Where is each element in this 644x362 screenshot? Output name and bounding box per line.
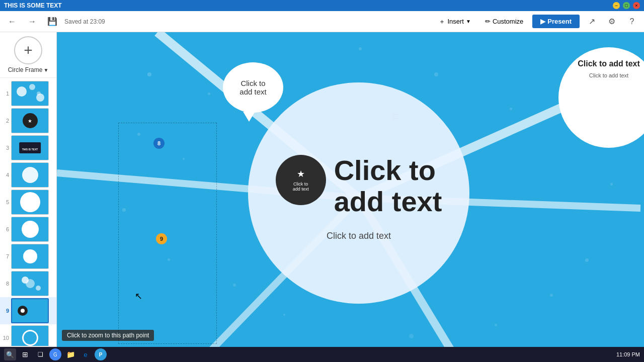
slide-item-4[interactable]: 4 <box>0 161 56 189</box>
main-layout: + Circle Frame ▼ 1 <box>0 32 644 362</box>
help-button[interactable]: ? <box>624 14 640 30</box>
shape-label-text: Circle Frame <box>8 66 43 73</box>
shape-chevron-icon: ▼ <box>43 67 48 73</box>
speech-bubble-text: Click toadd text <box>239 79 266 96</box>
main-circle-big-text[interactable]: Click toadd text <box>334 155 442 217</box>
taskbar-windows-icon[interactable]: ⊞ <box>19 348 31 360</box>
customize-label: Customize <box>493 18 523 25</box>
canvas-area[interactable]: 8 9 11 Click toadd text ★ Click toadd te… <box>57 32 644 362</box>
taskbar-files-icon[interactable]: 📁 <box>64 348 76 360</box>
taskbar-time: 11:09 PM <box>616 351 640 357</box>
left-panel: + Circle Frame ▼ 1 <box>0 32 57 362</box>
slide-num-3: 3 <box>2 145 9 151</box>
taskbar-edge-icon[interactable]: e <box>79 348 92 360</box>
slide-item-2[interactable]: 2 ★ <box>0 107 56 134</box>
insert-chevron-icon: ▼ <box>466 19 471 24</box>
redo-button[interactable]: → <box>24 14 40 30</box>
plus-icon: + <box>24 43 33 58</box>
slide-num-9: 9 <box>2 308 9 314</box>
slide-num-7: 7 <box>2 253 9 259</box>
insert-label: Insert <box>447 18 464 25</box>
selection-overlay <box>118 123 217 344</box>
slide-num-8: 8 <box>2 281 9 287</box>
insert-icon: ＋ <box>439 17 445 26</box>
present-label: Present <box>547 18 572 25</box>
slide-num-6: 6 <box>2 226 9 232</box>
slide-item-7[interactable]: 7 <box>0 243 56 270</box>
shape-label: Circle Frame ▼ <box>8 66 49 73</box>
main-circle-sub-text[interactable]: Click to add text <box>327 231 391 241</box>
maximize-button[interactable]: □ <box>623 2 630 9</box>
taskbar-search-icon[interactable]: 🔍 <box>4 348 16 360</box>
slide-num-1: 1 <box>2 90 9 97</box>
slide-thumb-3[interactable]: THIS IS TEXT <box>11 135 49 160</box>
settings-button[interactable]: ⚙ <box>604 14 620 30</box>
badge-8-value: 8 <box>157 140 160 146</box>
menu-right: ▶ Present ↗ ⚙ ? <box>532 14 640 30</box>
slide-thumb-6[interactable] <box>11 217 49 242</box>
badge-8: 8 <box>153 138 165 149</box>
slide-list[interactable]: 1 2 ★ <box>0 78 56 346</box>
dark-circle[interactable]: ★ Click toadd text <box>276 155 326 205</box>
share-button[interactable]: ↗ <box>584 14 600 30</box>
tooltip-text: Click to zoom to this path point <box>67 332 149 339</box>
slide-item-8[interactable]: 8 <box>0 270 56 297</box>
slide-thumb-4[interactable] <box>11 162 49 188</box>
slide-item-9[interactable]: 9 <box>0 297 56 324</box>
minimize-button[interactable]: – <box>613 2 620 9</box>
present-button[interactable]: ▶ Present <box>532 15 580 28</box>
time-display: 11:09 PM <box>616 351 640 357</box>
save-button[interactable]: 💾 <box>44 14 60 30</box>
undo-button[interactable]: ← <box>4 14 20 30</box>
close-button[interactable]: × <box>633 2 640 9</box>
taskbar-task-view-icon[interactable]: ❑ <box>34 348 46 360</box>
speech-bubble[interactable]: Click toadd text <box>223 62 283 113</box>
slide-item-10[interactable]: 10 <box>0 324 56 346</box>
slide-thumb-8[interactable] <box>11 271 49 296</box>
slide-num-10: 10 <box>2 335 9 341</box>
dark-circle-text: Click toadd text <box>293 182 309 192</box>
main-circle-inner: ★ Click toadd text Click toadd text <box>266 145 452 227</box>
app-title: THIS IS SOME TEXT <box>4 2 62 9</box>
slide-num-2: 2 <box>2 118 9 124</box>
right-circle-sub: Click to add text <box>589 72 628 78</box>
slide-item-5[interactable]: 5 <box>0 189 56 216</box>
right-circle-title: Click to add text <box>578 59 640 68</box>
window-controls: – □ × <box>613 2 640 9</box>
insert-button[interactable]: ＋ Insert ▼ <box>434 14 475 30</box>
slide-item-3[interactable]: 3 THIS IS TEXT <box>0 134 56 161</box>
slide-num-5: 5 <box>2 199 9 205</box>
badge-9-value: 9 <box>160 236 163 242</box>
badge-9: 9 <box>156 233 167 244</box>
slide-thumb-5[interactable] <box>11 190 49 215</box>
customize-icon: ✏ <box>485 18 491 25</box>
slide-item-6[interactable]: 6 <box>0 216 56 243</box>
saved-status: Saved at 23:09 <box>64 18 105 25</box>
slide-item-1[interactable]: 1 <box>0 80 56 107</box>
tooltip-box: Click to zoom to this path point <box>62 330 154 341</box>
main-circle[interactable]: ★ Click toadd text Click toadd text Clic… <box>248 82 469 304</box>
menu-bar: ← → 💾 Saved at 23:09 ＋ Insert ▼ ✏ Custom… <box>0 11 644 32</box>
slide-num-4: 4 <box>2 172 9 178</box>
present-icon: ▶ <box>540 18 545 25</box>
slide-thumb-2[interactable]: ★ <box>11 108 49 133</box>
taskbar: 🔍 ⊞ ❑ G 📁 e P 11:09 PM <box>0 347 644 362</box>
star-icon: ★ <box>297 168 305 179</box>
slide-thumb-1[interactable] <box>11 81 49 106</box>
slide-thumb-9[interactable] <box>11 298 49 323</box>
shape-picker: + Circle Frame ▼ <box>0 32 56 78</box>
taskbar-chrome-icon[interactable]: G <box>49 348 61 360</box>
right-circle[interactable]: Click to add text Click to add text <box>558 47 644 148</box>
add-shape-button[interactable]: + <box>14 36 42 64</box>
cursor-indicator: ↖ <box>135 291 142 302</box>
slide-thumb-7[interactable] <box>11 244 49 269</box>
taskbar-prezi-icon[interactable]: P <box>95 348 107 360</box>
customize-button[interactable]: ✏ Customize <box>480 14 528 30</box>
title-bar: THIS IS SOME TEXT – □ × <box>0 0 644 11</box>
slide-thumb-10[interactable] <box>11 325 49 346</box>
